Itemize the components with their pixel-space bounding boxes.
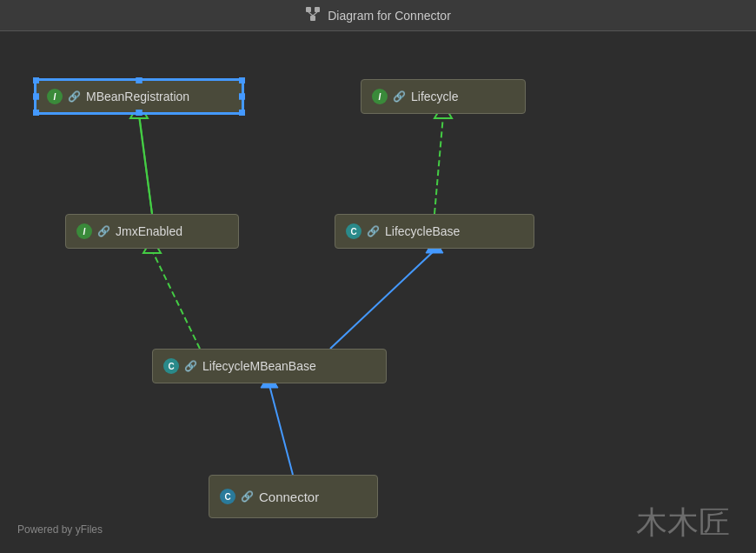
node-jmx-enabled[interactable]: I 🔗 JmxEnabled	[65, 214, 239, 249]
svg-line-4	[313, 12, 317, 16]
link-icon: 🔗	[68, 90, 81, 103]
node-label: Lifecycle	[411, 90, 458, 103]
node-lifecycle-mbean-base[interactable]: C 🔗 LifecycleMBeanBase	[152, 349, 387, 383]
node-label: JmxEnabled	[116, 224, 182, 238]
handle-mr	[239, 94, 245, 100]
diagram-canvas[interactable]: I 🔗 MBeanRegistration I 🔗 Lifecycle I 🔗 …	[0, 31, 756, 553]
handle-tl	[33, 77, 39, 83]
node-lifecycle[interactable]: I 🔗 Lifecycle	[361, 79, 526, 114]
node-lifecycle-base[interactable]: C 🔗 LifecycleBase	[335, 214, 534, 249]
node-connector[interactable]: C 🔗 Connector	[209, 475, 378, 518]
interface-icon: I	[76, 223, 92, 239]
node-label: LifecycleMBeanBase	[202, 359, 316, 373]
node-label: LifecycleBase	[385, 224, 460, 238]
handle-ml	[33, 94, 39, 100]
svg-line-16	[330, 250, 434, 349]
class-icon: C	[346, 223, 361, 239]
handle-br	[239, 110, 245, 116]
svg-line-14	[434, 116, 443, 214]
title-bar: Diagram for Connector	[0, 0, 756, 31]
class-icon: C	[163, 358, 179, 374]
interface-icon: I	[47, 89, 63, 104]
link-icon: 🔗	[241, 490, 254, 503]
svg-rect-2	[310, 16, 315, 21]
node-label: Connector	[259, 490, 319, 504]
watermark: 木木匠	[636, 502, 730, 544]
svg-line-3	[308, 12, 313, 16]
svg-rect-1	[315, 7, 320, 12]
svg-rect-0	[306, 7, 311, 12]
node-label: MBeanRegistration	[86, 90, 189, 103]
powered-by: Powered by yFiles	[17, 523, 103, 536]
link-icon: 🔗	[393, 90, 406, 103]
diagram-icon	[305, 6, 321, 25]
svg-line-9	[139, 114, 152, 214]
svg-line-18	[269, 385, 293, 475]
handle-tm	[136, 77, 143, 83]
svg-line-12	[152, 250, 200, 349]
link-icon: 🔗	[97, 225, 110, 237]
title-text: Diagram for Connector	[328, 9, 451, 23]
handle-bm	[136, 110, 143, 116]
class-icon: C	[220, 489, 235, 504]
interface-icon: I	[372, 89, 388, 104]
svg-line-10	[139, 116, 152, 214]
node-mbean-registration[interactable]: I 🔗 MBeanRegistration	[35, 79, 243, 114]
handle-tr	[239, 77, 245, 83]
link-icon: 🔗	[184, 360, 197, 372]
link-icon: 🔗	[367, 225, 380, 237]
handle-bl	[33, 110, 39, 116]
